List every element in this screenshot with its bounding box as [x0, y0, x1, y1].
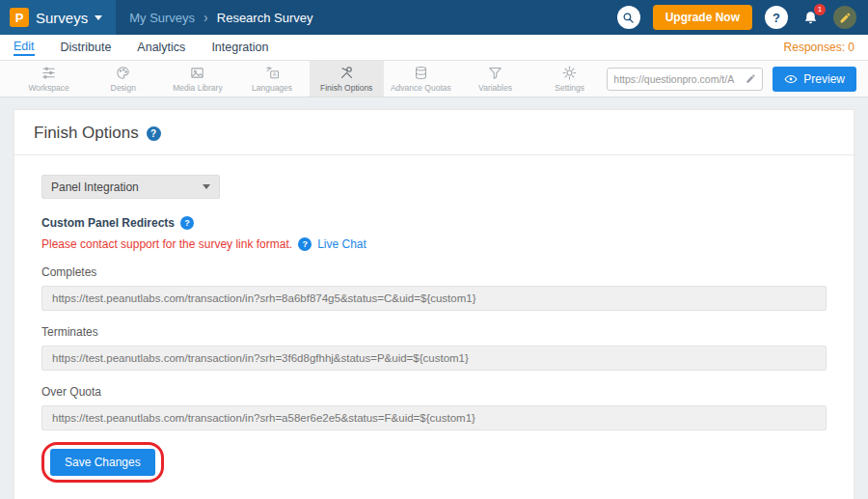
- brand-menu[interactable]: P Surveys: [0, 0, 116, 35]
- panel-integration-selected-value: Panel Integration: [51, 180, 139, 194]
- settings-gear-icon: [561, 65, 578, 81]
- toolbar-right: https://questionpro.com/t/A Preview: [607, 61, 856, 97]
- workspace-icon: [41, 65, 57, 81]
- tab-edit[interactable]: Edit: [14, 40, 35, 56]
- custom-panel-redirects-heading: Custom Panel Redirects ?: [41, 216, 827, 230]
- questionpro-logo-icon: P: [10, 8, 29, 27]
- toolbar-item-advance-quotas[interactable]: Advance Quotas: [384, 61, 458, 97]
- survey-url-box[interactable]: https://questionpro.com/t/A: [607, 68, 763, 91]
- edit-toolbar: Workspace Design Media Library A Languag…: [0, 61, 868, 97]
- save-changes-button[interactable]: Save Changes: [50, 449, 155, 476]
- pencil-icon: [746, 73, 756, 84]
- custom-panel-redirects-label: Custom Panel Redirects: [41, 216, 175, 230]
- top-header-bar: P Surveys My Surveys › Research Survey U…: [0, 0, 868, 35]
- chevron-down-icon: [95, 15, 102, 20]
- help-question-icon: ?: [773, 11, 780, 25]
- brand-label: Surveys: [36, 10, 88, 26]
- completes-input[interactable]: [41, 286, 827, 311]
- section-nav: Edit Distribute Analytics Integration Re…: [0, 35, 868, 61]
- page-title: Finish Options: [34, 124, 139, 143]
- finish-options-help-icon[interactable]: ?: [147, 126, 161, 141]
- tab-distribute[interactable]: Distribute: [61, 41, 112, 54]
- header-actions: Upgrade Now ? 1: [617, 5, 868, 30]
- responses-count[interactable]: Responses: 0: [784, 41, 854, 54]
- panel-body: Panel Integration Custom Panel Redirects…: [14, 155, 854, 499]
- toolbar-item-label: Variables: [478, 83, 512, 93]
- breadcrumb: My Surveys › Research Survey: [129, 10, 312, 25]
- support-notice-row: Please contact support for the survey li…: [41, 237, 827, 251]
- toolbar-item-label: Languages: [252, 83, 292, 93]
- tab-integration[interactable]: Integration: [211, 41, 268, 54]
- toolbar-item-label: Advance Quotas: [391, 83, 451, 93]
- notifications-button[interactable]: 1: [800, 8, 821, 28]
- over-quota-label: Over Quota: [41, 385, 827, 399]
- advance-quotas-icon: [413, 65, 429, 81]
- save-changes-annotation-highlight: Save Changes: [41, 442, 164, 483]
- terminates-input[interactable]: [41, 346, 827, 371]
- toolbar-item-label: Settings: [555, 83, 584, 93]
- survey-url-text: https://questionpro.com/t/A: [613, 73, 741, 85]
- finish-options-panel: Finish Options ? Panel Integration Custo…: [14, 109, 854, 499]
- toolbar-item-settings[interactable]: Settings: [532, 61, 607, 97]
- toolbar-item-variables[interactable]: Variables: [458, 61, 532, 97]
- support-notice-text: Please contact support for the survey li…: [41, 237, 292, 251]
- breadcrumb-separator-icon: ›: [203, 10, 208, 25]
- breadcrumb-current-survey: Research Survey: [217, 11, 313, 25]
- over-quota-input[interactable]: [41, 405, 827, 430]
- variables-icon: [487, 65, 503, 81]
- breadcrumb-my-surveys[interactable]: My Surveys: [129, 11, 195, 25]
- toolbar-item-label: Workspace: [28, 83, 68, 93]
- media-library-icon: [189, 65, 205, 81]
- languages-letter: A: [272, 71, 276, 77]
- notification-count-badge: 1: [814, 4, 826, 15]
- search-icon: [622, 12, 635, 24]
- help-button[interactable]: ?: [765, 6, 788, 29]
- toolbar-item-label: Media Library: [173, 83, 223, 93]
- tab-analytics[interactable]: Analytics: [137, 41, 185, 54]
- live-chat-link[interactable]: Live Chat: [317, 237, 366, 251]
- design-icon: [115, 65, 131, 81]
- preview-button[interactable]: Preview: [773, 67, 856, 92]
- toolbar-item-label: Design: [111, 83, 136, 93]
- live-chat-help-icon[interactable]: ?: [298, 237, 312, 251]
- completes-label: Completes: [41, 265, 827, 279]
- panel-header: Finish Options ?: [14, 110, 854, 155]
- pencil-avatar-icon: [839, 12, 852, 24]
- toolbar-item-media-library[interactable]: Media Library: [160, 61, 234, 97]
- finish-options-icon: [339, 65, 355, 81]
- toolbar-item-label: Finish Options: [320, 83, 372, 93]
- languages-icon: A: [264, 65, 281, 81]
- user-avatar[interactable]: [833, 6, 856, 29]
- toolbar-item-workspace[interactable]: Workspace: [12, 61, 86, 97]
- toolbar-item-design[interactable]: Design: [86, 61, 160, 97]
- preview-button-label: Preview: [803, 72, 845, 86]
- panel-integration-select[interactable]: Panel Integration: [41, 175, 220, 199]
- toolbar-item-finish-options[interactable]: Finish Options: [310, 61, 384, 97]
- upgrade-now-button[interactable]: Upgrade Now: [653, 5, 752, 30]
- select-chevron-down-icon: [203, 184, 210, 189]
- terminates-label: Terminates: [41, 325, 827, 339]
- edit-url-button[interactable]: [746, 73, 756, 84]
- custom-redirects-help-icon[interactable]: ?: [180, 216, 194, 230]
- search-button[interactable]: [617, 6, 640, 29]
- toolbar-item-languages[interactable]: A Languages: [234, 61, 309, 97]
- eye-icon: [784, 72, 798, 86]
